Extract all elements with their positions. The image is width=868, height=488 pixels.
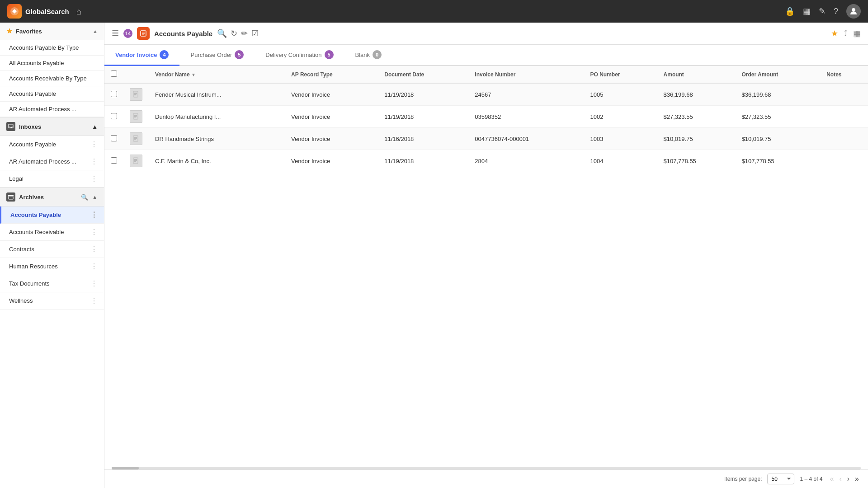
row-amount: $10,019.75 [657,128,736,150]
tab-vendor-invoice-label: Vendor Invoice [115,52,157,58]
row-vendor-name[interactable]: DR Handmade Strings [149,128,285,150]
next-page-icon[interactable]: › [845,474,851,484]
tab-purchase-order[interactable]: Purchase Order 5 [179,45,255,66]
doc-thumbnail[interactable] [130,88,142,101]
archives-tax-menu-icon[interactable]: ⋮ [90,279,98,288]
sidebar-item-all-ap[interactable]: All Accounts Payable [0,56,104,71]
row-checkbox[interactable] [111,113,117,119]
sidebar-item-label: Accounts Payable [10,211,90,218]
inbox-ap-menu-icon[interactable]: ⋮ [90,140,98,149]
last-page-icon[interactable]: » [853,474,861,484]
row-checkbox-cell[interactable] [104,128,123,150]
row-order-amount: $36,199.68 [735,83,820,106]
sidebar-item-inbox-ap[interactable]: Accounts Payable ⋮ [0,136,104,153]
logo-icon [7,4,22,19]
archives-section-header[interactable]: Archives 🔍 ▲ [0,188,104,206]
archives-ar-menu-icon[interactable]: ⋮ [90,228,98,236]
sidebar-item-ar-by-type[interactable]: Accounts Receivable By Type [0,71,104,86]
doc-thumbnail[interactable] [130,110,142,123]
lock-icon[interactable]: 🔒 [785,6,795,16]
sidebar-item-fav-ap[interactable]: Accounts Payable [0,86,104,102]
sidebar-item-inbox-legal[interactable]: Legal ⋮ [0,170,104,188]
archives-hr-menu-icon[interactable]: ⋮ [90,262,98,271]
table-row[interactable]: Dunlop Manufacturing I... Vendor Invoice… [104,106,868,128]
row-document-date: 11/19/2018 [378,106,468,128]
tab-delivery-confirmation[interactable]: Delivery Confirmation 5 [255,45,344,66]
row-checkbox-cell[interactable] [104,83,123,106]
inbox-legal-menu-icon[interactable]: ⋮ [90,174,98,183]
col-vendor-name[interactable]: Vendor Name ▼ [149,66,285,83]
sidebar-item-inbox-ar-auto[interactable]: AR Automated Process ... ⋮ [0,153,104,170]
archives-wellness-menu-icon[interactable]: ⋮ [90,296,98,305]
row-vendor-name[interactable]: Fender Musical Instrum... [149,83,285,106]
row-checkbox-cell[interactable] [104,106,123,128]
sidebar-item-archives-contracts[interactable]: Contracts ⋮ [0,241,104,258]
col-document-date[interactable]: Document Date [378,66,468,83]
sidebar-item-ar-automated[interactable]: AR Automated Process ... [0,102,104,117]
hamburger-menu-icon[interactable]: ☰ [112,28,119,38]
inbox-ar-menu-icon[interactable]: ⋮ [90,157,98,166]
row-vendor-name[interactable]: C.F. Martin & Co, Inc. [149,150,285,172]
row-po-number: 1005 [584,83,657,106]
select-all-checkbox[interactable] [111,70,117,77]
content-area: ☰ 14 Accounts Payable 🔍 ↻ ✏ ☑ ★ ⤴ ▦ [104,23,868,488]
first-page-icon[interactable]: « [828,474,836,484]
help-icon[interactable]: ? [834,7,838,16]
sidebar-item-label: Accounts Payable [9,141,90,148]
sidebar-item-archives-wellness[interactable]: Wellness ⋮ [0,292,104,310]
search-icon[interactable]: 🔍 [217,28,227,38]
avatar[interactable] [846,4,861,19]
inboxes-section-header[interactable]: Inboxes ▲ [0,117,104,136]
col-order-amount[interactable]: Order Amount [735,66,820,83]
items-per-page-select[interactable]: 50 10 25 100 [767,474,794,484]
doc-thumbnail[interactable] [130,132,142,145]
sidebar-item-ap-by-type[interactable]: Accounts Payable By Type [0,40,104,56]
archives-ap-menu-icon[interactable]: ⋮ [90,211,98,219]
favorite-star-icon[interactable]: ★ [831,28,838,38]
sidebar-item-archives-tax[interactable]: Tax Documents ⋮ [0,275,104,292]
prev-page-icon[interactable]: ‹ [837,474,843,484]
tab-blank[interactable]: Blank 0 [344,45,393,66]
share-icon[interactable]: ⤴ [844,29,848,38]
doc-thumbnail[interactable] [130,155,142,167]
edit-icon[interactable]: ✎ [819,6,826,16]
home-icon[interactable]: ⌂ [76,6,82,17]
row-vendor-name[interactable]: Dunlop Manufacturing I... [149,106,285,128]
main-layout: ★ Favorites ▲ Accounts Payable By Type A… [0,23,868,488]
sidebar-item-archives-ap[interactable]: Accounts Payable ⋮ [0,206,104,224]
favorites-section-header[interactable]: ★ Favorites ▲ [0,23,104,40]
row-ap-record-type: Vendor Invoice [285,150,378,172]
tab-vendor-invoice[interactable]: Vendor Invoice 4 [104,45,179,66]
tab-blank-badge: 0 [373,50,382,59]
archives-search-icon[interactable]: 🔍 [81,194,88,201]
row-checkbox[interactable] [111,157,117,164]
columns-icon[interactable]: ▦ [853,28,861,38]
app-logo[interactable]: GlobalSearch [7,4,69,19]
row-checkbox[interactable] [111,91,117,97]
row-invoice-number: 03598352 [468,106,584,128]
approve-icon[interactable]: ☑ [251,28,259,38]
col-invoice-number[interactable]: Invoice Number [468,66,584,83]
row-checkbox-cell[interactable] [104,150,123,172]
row-notes [820,128,868,150]
col-ap-record-type[interactable]: AP Record Type [285,66,378,83]
sidebar-item-archives-hr[interactable]: Human Resources ⋮ [0,258,104,275]
row-checkbox[interactable] [111,135,117,141]
row-notes [820,150,868,172]
toolbar-right-actions: ★ ⤴ ▦ [831,28,861,38]
sidebar-item-archives-ar[interactable]: Accounts Receivable ⋮ [0,224,104,241]
table-row[interactable]: C.F. Martin & Co, Inc. Vendor Invoice 11… [104,150,868,172]
col-amount[interactable]: Amount [657,66,736,83]
tab-purchase-order-badge: 5 [235,50,244,59]
table-row[interactable]: Fender Musical Instrum... Vendor Invoice… [104,83,868,106]
table-row[interactable]: DR Handmade Strings Vendor Invoice 11/16… [104,128,868,150]
edit-pencil-icon[interactable]: ✏ [241,28,248,38]
col-po-number[interactable]: PO Number [584,66,657,83]
archives-contracts-menu-icon[interactable]: ⋮ [90,245,98,253]
sort-icon: ▼ [191,72,196,77]
sidebar-item-label: Wellness [9,297,90,304]
archives-chevron-icon[interactable]: ▲ [92,194,98,201]
dashboard-icon[interactable]: ▦ [803,6,811,16]
tab-delivery-confirmation-label: Delivery Confirmation [265,52,321,58]
refresh-icon[interactable]: ↻ [231,28,237,38]
